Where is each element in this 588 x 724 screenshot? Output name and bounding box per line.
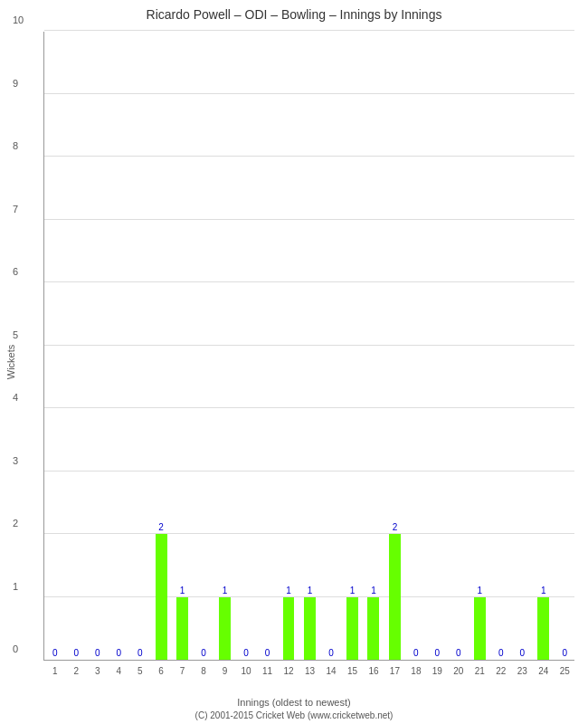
bar-value-label-6: 2 (158, 522, 164, 532)
y-label-3: 3 (13, 455, 18, 466)
y-label-7: 7 (13, 204, 18, 214)
x-tick-14: 14 (326, 666, 336, 676)
bar-value-label-2: 0 (73, 648, 79, 658)
bar-value-label-9: 1 (223, 586, 228, 595)
x-tick-13: 13 (305, 666, 315, 676)
y-label-5: 5 (13, 329, 18, 340)
bar-inning-21 (474, 597, 486, 661)
chart-area: 0123456789100102030405261708190100111121… (43, 32, 574, 661)
bar-inning-9 (219, 597, 231, 661)
bar-value-label-13: 1 (308, 586, 313, 595)
x-tick-1: 1 (52, 666, 58, 676)
x-tick-8: 8 (201, 666, 206, 676)
grid-line-5 (44, 345, 574, 346)
y-label-9: 9 (13, 78, 18, 89)
x-axis-title: Innings (oldest to newest) (0, 697, 588, 708)
y-label-2: 2 (13, 518, 18, 529)
grid-line-8 (44, 156, 574, 157)
bar-inning-15 (346, 597, 358, 661)
grid-line-6 (44, 281, 574, 282)
x-tick-20: 20 (453, 666, 463, 676)
x-tick-21: 21 (475, 666, 485, 676)
bar-value-label-7: 1 (180, 586, 185, 595)
bar-value-label-16: 1 (371, 586, 376, 595)
y-label-10: 10 (13, 14, 24, 25)
grid-line-9 (44, 93, 574, 94)
bar-value-label-22: 0 (498, 648, 504, 658)
bar-value-label-12: 1 (286, 586, 291, 595)
bar-value-label-15: 1 (350, 586, 356, 595)
x-tick-17: 17 (390, 666, 400, 676)
bar-inning-12 (283, 597, 295, 661)
bar-value-label-23: 0 (520, 648, 526, 658)
bar-inning-6 (156, 534, 167, 660)
x-tick-22: 22 (496, 666, 506, 676)
bar-inning-16 (367, 597, 379, 661)
bar-value-label-25: 0 (562, 648, 567, 658)
grid-line-2 (44, 533, 574, 534)
bar-value-label-4: 0 (116, 648, 121, 658)
x-tick-15: 15 (347, 666, 357, 676)
y-label-6: 6 (13, 266, 18, 277)
x-tick-10: 10 (241, 666, 251, 676)
bar-value-label-19: 0 (435, 648, 441, 658)
bar-value-label-8: 0 (201, 648, 206, 658)
grid-line-10 (44, 30, 574, 31)
bar-inning-7 (176, 597, 188, 661)
y-label-1: 1 (13, 581, 18, 592)
bar-value-label-20: 0 (456, 648, 461, 658)
copyright-text: (C) 2001-2015 Cricket Web (www.cricketwe… (0, 710, 588, 720)
bar-value-label-21: 1 (478, 586, 483, 595)
bar-value-label-18: 0 (413, 648, 419, 658)
bar-value-label-11: 0 (265, 648, 270, 658)
x-tick-3: 3 (95, 666, 100, 676)
y-label-8: 8 (13, 140, 18, 151)
x-tick-5: 5 (138, 666, 143, 676)
x-tick-4: 4 (116, 666, 121, 676)
x-tick-18: 18 (411, 666, 421, 676)
chart-container: Ricardo Powell – ODI – Bowling – Innings… (0, 0, 588, 724)
y-label-4: 4 (13, 392, 18, 403)
chart-title: Ricardo Powell – ODI – Bowling – Innings… (0, 0, 588, 22)
bar-value-label-14: 0 (328, 648, 334, 658)
bar-value-label-17: 2 (393, 522, 398, 532)
x-tick-25: 25 (560, 666, 570, 676)
bar-inning-13 (304, 597, 316, 661)
bar-value-label-24: 1 (541, 586, 546, 595)
grid-line-7 (44, 219, 574, 220)
x-tick-7: 7 (180, 666, 185, 676)
x-tick-6: 6 (158, 666, 164, 676)
x-tick-9: 9 (223, 666, 228, 676)
x-tick-2: 2 (73, 666, 79, 676)
x-tick-23: 23 (517, 666, 527, 676)
bar-value-label-3: 0 (95, 648, 100, 658)
bar-value-label-5: 0 (138, 648, 143, 658)
bar-value-label-10: 0 (243, 648, 249, 658)
y-label-0: 0 (13, 643, 18, 654)
x-tick-24: 24 (538, 666, 548, 676)
grid-line-3 (44, 471, 574, 472)
bar-inning-17 (389, 534, 401, 660)
grid-line-4 (44, 407, 574, 408)
bar-value-label-1: 0 (52, 648, 58, 658)
y-axis-title: Wickets (5, 345, 16, 380)
x-tick-11: 11 (262, 666, 272, 676)
x-tick-16: 16 (368, 666, 378, 676)
x-tick-19: 19 (432, 666, 442, 676)
x-tick-12: 12 (283, 666, 293, 676)
bar-inning-24 (537, 597, 549, 661)
